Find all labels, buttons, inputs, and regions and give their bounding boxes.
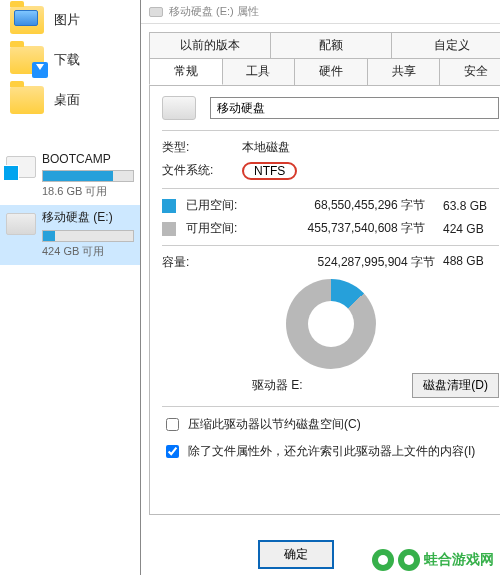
hdd-icon <box>162 96 196 120</box>
folder-icon <box>10 6 44 34</box>
tab-general[interactable]: 常规 <box>149 58 223 85</box>
compress-checkbox[interactable] <box>166 418 179 431</box>
nav-downloads[interactable]: 下载 <box>0 40 140 80</box>
nav-label: 下载 <box>54 51 80 69</box>
tab-tools[interactable]: 工具 <box>222 58 296 85</box>
drive-mobile[interactable]: 移动硬盘 (E:) 424 GB 可用 <box>0 205 140 265</box>
free-label: 可用空间: <box>186 220 237 237</box>
usage-pie-chart <box>286 279 376 369</box>
tab-sharing[interactable]: 共享 <box>367 58 441 85</box>
capacity-bar <box>42 230 134 242</box>
disk-cleanup-button[interactable]: 磁盘清理(D) <box>412 373 499 398</box>
tab-hardware[interactable]: 硬件 <box>294 58 368 85</box>
tab-previous-versions[interactable]: 以前的版本 <box>149 32 271 58</box>
index-checkbox[interactable] <box>166 445 179 458</box>
folder-icon <box>10 86 44 114</box>
compress-option[interactable]: 压缩此驱动器以节约磁盘空间(C) <box>162 415 499 434</box>
compress-label: 压缩此驱动器以节约磁盘空间(C) <box>188 416 361 433</box>
free-bytes: 455,737,540,608 字节 <box>247 220 433 237</box>
type-value: 本地磁盘 <box>242 139 290 156</box>
drive-subtext: 18.6 GB 可用 <box>42 184 134 199</box>
capacity-label: 容量: <box>162 254 230 271</box>
dialog-title: 移动硬盘 (E:) 属性 <box>169 4 259 19</box>
filesystem-label: 文件系统: <box>162 162 222 180</box>
drive-title: BOOTCAMP <box>42 152 134 166</box>
tabs-row-top: 以前的版本 配额 自定义 <box>149 32 500 58</box>
drive-bootcamp[interactable]: BOOTCAMP 18.6 GB 可用 <box>0 148 140 205</box>
tab-security[interactable]: 安全 <box>439 58 500 85</box>
folder-icon <box>10 46 44 74</box>
nav-label: 图片 <box>54 11 80 29</box>
index-option[interactable]: 除了文件属性外，还允许索引此驱动器上文件的内容(I) <box>162 442 499 461</box>
capacity-bar <box>42 170 134 182</box>
type-label: 类型: <box>162 139 222 156</box>
drive-list: BOOTCAMP 18.6 GB 可用 移动硬盘 (E:) 424 GB 可用 <box>0 148 140 265</box>
drive-caption: 驱动器 E: <box>162 377 392 394</box>
index-label: 除了文件属性外，还允许索引此驱动器上文件的内容(I) <box>188 443 475 460</box>
drive-subtext: 424 GB 可用 <box>42 244 134 259</box>
volume-name-input[interactable] <box>210 97 499 119</box>
used-bytes: 68,550,455,296 字节 <box>247 197 433 214</box>
tab-panel-general: 类型: 本地磁盘 文件系统: NTFS 已用空间: 68,550,455,296… <box>149 85 500 515</box>
hdd-icon <box>149 7 163 17</box>
legend-used-icon <box>162 199 176 213</box>
tabs-row-bottom: 常规 工具 硬件 共享 安全 <box>149 58 500 85</box>
nav-desktop[interactable]: 桌面 <box>0 80 140 120</box>
capacity-bytes: 524,287,995,904 字节 <box>230 254 443 271</box>
drive-title: 移动硬盘 (E:) <box>42 209 134 226</box>
tab-quota[interactable]: 配额 <box>270 32 392 58</box>
explorer-nav: 图片 下载 桌面 BOOTCAMP 18.6 GB 可用 移动硬盘 (E:) 4… <box>0 0 140 575</box>
capacity-gb: 488 GB <box>443 254 499 271</box>
legend-free-icon <box>162 222 176 236</box>
nav-label: 桌面 <box>54 91 80 109</box>
drive-icon <box>6 213 36 235</box>
used-gb: 63.8 GB <box>443 199 499 213</box>
nav-pictures[interactable]: 图片 <box>0 0 140 40</box>
drive-icon <box>6 156 36 178</box>
used-label: 已用空间: <box>186 197 237 214</box>
filesystem-value: NTFS <box>242 162 297 180</box>
ok-button[interactable]: 确定 <box>258 540 334 569</box>
free-gb: 424 GB <box>443 222 499 236</box>
properties-dialog: 移动硬盘 (E:) 属性 以前的版本 配额 自定义 常规 工具 硬件 共享 安全… <box>140 0 500 575</box>
tab-customize[interactable]: 自定义 <box>391 32 500 58</box>
dialog-buttons: 确定 x <box>149 540 500 569</box>
dialog-titlebar[interactable]: 移动硬盘 (E:) 属性 <box>141 0 500 24</box>
